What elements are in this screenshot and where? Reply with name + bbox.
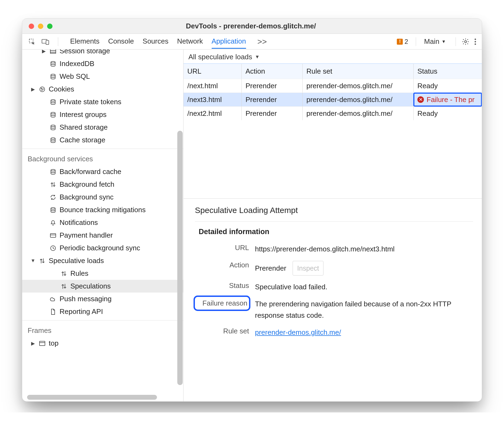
sidebar-item-session-storage[interactable]: ▶ Session storage [22, 50, 183, 57]
table-row[interactable]: /next2.html Prerender prerender-demos.gl… [184, 106, 482, 120]
value-failure-reason: The prerendering navigation failed becau… [255, 297, 473, 321]
speculative-loads-table: URL Action Rule set Status /next.html Pr… [184, 63, 482, 199]
sidebar-item-cache-storage[interactable]: Cache storage [22, 134, 183, 146]
sidebar-item-push-messaging[interactable]: Push messaging [22, 293, 183, 305]
svg-point-5 [474, 41, 476, 42]
sidebar-hscrollbar[interactable] [27, 395, 157, 400]
sidebar-item-background-fetch[interactable]: Background fetch [22, 178, 183, 191]
arrows-updown-icon [60, 270, 68, 277]
sync-icon [49, 194, 57, 201]
database-icon [49, 60, 57, 68]
sidebar-item-frames-top[interactable]: ▶ top [22, 337, 183, 350]
sidebar-item-speculative-loads[interactable]: ▼ Speculative loads [22, 254, 183, 267]
svg-rect-2 [46, 40, 49, 44]
svg-point-3 [464, 41, 466, 42]
svg-point-14 [43, 88, 43, 89]
table-row[interactable]: /next3.html Prerender prerender-demos.gl… [184, 93, 482, 106]
window-icon [38, 340, 46, 347]
sidebar-scrollbar[interactable] [177, 50, 183, 401]
chevron-down-icon: ▼ [441, 39, 446, 44]
database-icon [49, 111, 57, 119]
svg-point-4 [474, 38, 476, 40]
detail-subheading: Detailed information [199, 228, 473, 236]
window-controls [22, 24, 53, 29]
sidebar-item-indexeddb[interactable]: IndexedDB [22, 57, 183, 70]
sidebar-section-background-services: Background services [22, 153, 183, 165]
database-icon [49, 168, 57, 176]
database-icon [49, 98, 57, 106]
window-zoom-button[interactable] [47, 24, 53, 29]
sidebar-item-background-sync[interactable]: Background sync [22, 191, 183, 204]
arrows-updown-icon [49, 181, 57, 188]
window-close-button[interactable] [29, 24, 34, 29]
issues-counter[interactable]: ! 2 [397, 38, 408, 45]
application-sidebar: ▶ Session storage IndexedDB Web SQL ▶ [22, 50, 184, 401]
column-status[interactable]: Status [414, 64, 482, 79]
tab-elements[interactable]: Elements [70, 34, 99, 49]
clock-icon [49, 244, 57, 252]
detail-heading: Speculative Loading Attempt [195, 206, 473, 215]
inspect-button[interactable]: Inspect [293, 261, 324, 276]
tab-application[interactable]: Application [212, 34, 246, 49]
target-selector[interactable]: Main ▼ [422, 37, 448, 46]
more-menu-icon[interactable] [474, 38, 476, 45]
arrows-updown-icon [38, 257, 46, 265]
tab-sources[interactable]: Sources [143, 34, 168, 49]
sidebar-item-periodic-sync[interactable]: Periodic background sync [22, 242, 183, 254]
database-icon [49, 206, 57, 214]
sidebar-item-reporting-api[interactable]: Reporting API [22, 305, 183, 318]
column-action[interactable]: Action [242, 64, 303, 79]
inspect-element-icon[interactable] [28, 38, 36, 45]
main-toolbar: Elements Console Sources Network Applica… [22, 34, 482, 50]
svg-point-16 [51, 100, 55, 101]
sidebar-item-cookies[interactable]: ▶ Cookies [22, 83, 183, 96]
device-toolbar-icon[interactable] [42, 38, 49, 45]
database-icon [49, 73, 57, 80]
svg-point-6 [474, 43, 476, 45]
sidebar-item-private-state-tokens[interactable]: Private state tokens [22, 96, 183, 108]
svg-point-10 [51, 61, 55, 63]
column-ruleset[interactable]: Rule set [303, 64, 414, 79]
svg-point-20 [51, 169, 55, 171]
storage-stack-icon [49, 50, 57, 55]
value-url: https://prerender-demos.glitch.me/next3.… [255, 242, 473, 255]
sidebar-item-bounce-tracking[interactable]: Bounce tracking mitigations [22, 204, 183, 216]
table-header: URL Action Rule set Status [184, 64, 482, 79]
filter-dropdown[interactable]: All speculative loads ▼ [184, 50, 482, 63]
sidebar-item-notifications[interactable]: Notifications [22, 216, 183, 229]
cloud-icon [49, 295, 57, 303]
svg-point-17 [51, 112, 55, 114]
sidebar-item-shared-storage[interactable]: Shared storage [22, 121, 183, 134]
sidebar-item-interest-groups[interactable]: Interest groups [22, 108, 183, 121]
svg-point-13 [41, 88, 42, 89]
cookie-icon [38, 86, 46, 93]
tab-network[interactable]: Network [177, 34, 203, 49]
table-row[interactable]: /next.html Prerender prerender-demos.gli… [184, 79, 482, 93]
label-ruleset: Rule set [195, 325, 249, 335]
window-minimize-button[interactable] [38, 24, 43, 29]
sidebar-item-bf-cache[interactable]: Back/forward cache [22, 165, 183, 178]
tabs-overflow-button[interactable]: >> [257, 37, 267, 46]
ruleset-link[interactable]: prerender-demos.glitch.me/ [255, 328, 341, 336]
svg-point-21 [51, 208, 55, 209]
window-title: DevTools - prerender-demos.glitch.me/ [186, 22, 349, 30]
bell-icon [49, 219, 57, 227]
detail-panel: Speculative Loading Attempt Detailed inf… [184, 199, 482, 401]
main-panel: All speculative loads ▼ URL Action Rule … [184, 50, 482, 401]
column-url[interactable]: URL [184, 64, 242, 79]
label-url: URL [195, 242, 249, 252]
tab-console[interactable]: Console [108, 34, 134, 49]
arrows-updown-icon [60, 283, 68, 290]
value-status: Speculative load failed. [255, 280, 473, 293]
settings-gear-icon[interactable] [462, 38, 469, 45]
svg-point-12 [40, 87, 45, 92]
sidebar-item-speculations[interactable]: Speculations [22, 280, 183, 293]
sidebar-item-websql[interactable]: Web SQL [22, 70, 183, 83]
sidebar-item-rules[interactable]: Rules [22, 267, 183, 280]
svg-point-19 [51, 138, 55, 139]
window-titlebar: DevTools - prerender-demos.glitch.me/ [22, 19, 482, 34]
sidebar-item-payment-handler[interactable]: Payment handler [22, 229, 183, 242]
svg-rect-22 [50, 234, 56, 237]
svg-point-11 [51, 74, 55, 76]
svg-rect-24 [40, 341, 45, 346]
